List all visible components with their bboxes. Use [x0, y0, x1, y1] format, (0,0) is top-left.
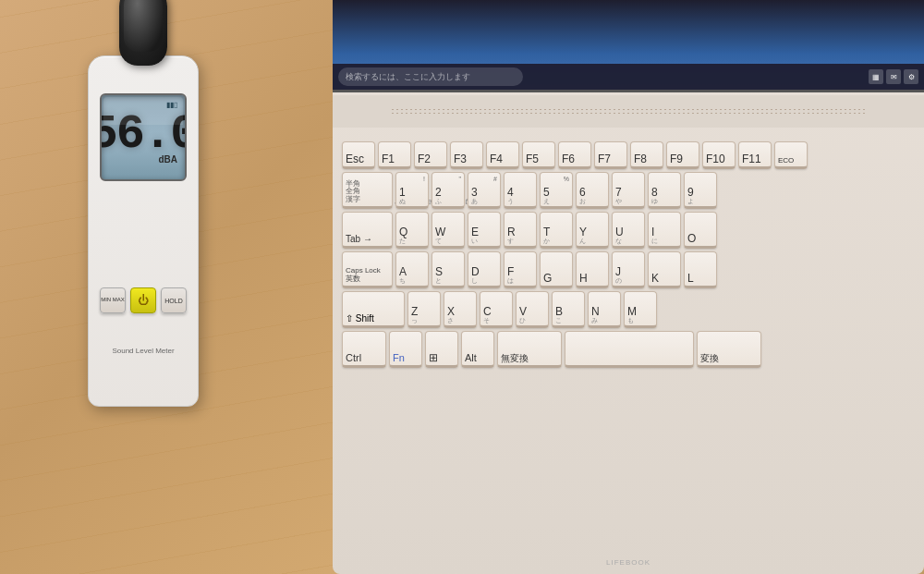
key-f3[interactable]: F3	[450, 141, 483, 169]
keyboard-area: Esc F1 F2 F3 F4 F5 F6 F7 F8 F9 F10 F11 E…	[333, 134, 924, 556]
qwerty-row: Tab → Qた Wて Eい Rす Tか Yん Uな Iに O	[342, 212, 915, 249]
key-9[interactable]: 9 よ	[684, 172, 717, 209]
function-key-row: Esc F1 F2 F3 F4 F5 F6 F7 F8 F9 F10 F11 E…	[342, 141, 915, 169]
key-f[interactable]: Fは	[504, 251, 537, 288]
min-max-button[interactable]: MIN MAX	[100, 287, 126, 313]
taskbar-icon-3: ⚙	[904, 69, 918, 84]
lifebook-model-label: LIFEBOOK	[606, 558, 650, 567]
meter-button-row: MIN MAX HOLD	[100, 287, 187, 313]
key-henkan[interactable]: 変換	[697, 331, 761, 368]
key-hankaku[interactable]: 半角全角漢字	[342, 172, 393, 209]
key-q[interactable]: Qた	[395, 212, 429, 249]
speaker-grill: ONKYO Speakers Installed	[333, 95, 924, 128]
key-e[interactable]: Eい	[468, 212, 501, 249]
taskbar-search[interactable]: 検索するには、ここに入力します	[338, 67, 523, 86]
key-z[interactable]: Zっ	[407, 291, 441, 328]
key-o[interactable]: O	[684, 212, 717, 249]
key-n[interactable]: Nみ	[588, 291, 621, 328]
key-f6[interactable]: F6	[558, 141, 591, 169]
key-f9[interactable]: F9	[666, 141, 699, 169]
key-alt[interactable]: Alt	[461, 331, 494, 368]
key-8[interactable]: 8 ゆ	[648, 172, 681, 209]
key-s[interactable]: Sと	[432, 251, 465, 288]
key-y[interactable]: Yん	[576, 212, 609, 249]
key-esc[interactable]: Esc	[342, 141, 375, 169]
unit-label: dBA	[158, 154, 177, 165]
key-i[interactable]: Iに	[648, 212, 681, 249]
key-d[interactable]: Dし	[468, 251, 501, 288]
key-g[interactable]: G	[540, 251, 573, 288]
key-f5[interactable]: F5	[522, 141, 555, 169]
taskbar-icon-2: ✉	[886, 69, 901, 84]
asdf-row: Caps Lock英数 Aち Sと Dし Fは G H Jの K L	[342, 251, 915, 288]
hold-button[interactable]: HOLD	[161, 287, 187, 313]
number-key-row: 半角全角漢字 ! 1 ぬ " 2 ふ # 3 あ 4 う %	[342, 172, 915, 209]
key-f2[interactable]: F2	[414, 141, 447, 169]
bottom-row: Ctrl Fn ⊞ Alt 無変換 変換	[342, 331, 915, 368]
key-muhenkan[interactable]: 無変換	[497, 331, 562, 368]
key-fn[interactable]: Fn	[389, 331, 422, 368]
key-caps-lock[interactable]: Caps Lock英数	[342, 251, 393, 288]
key-5[interactable]: % 5 え	[540, 172, 573, 209]
key-x[interactable]: Xさ	[444, 291, 477, 328]
laptop-screen: 検索するには、ここに入力します ▦ ✉ ⚙	[333, 0, 924, 92]
key-eco[interactable]: ECO	[774, 141, 808, 169]
key-f7[interactable]: F7	[594, 141, 627, 169]
lcd-display: ▮▮▯ 56.0 dBA	[100, 93, 187, 181]
key-shift-left[interactable]: ⇧ Shift	[342, 291, 405, 328]
key-ctrl[interactable]: Ctrl	[342, 331, 386, 368]
key-2[interactable]: " 2 ふ	[432, 172, 465, 209]
key-1[interactable]: ! 1 ぬ	[395, 172, 429, 209]
meter-brand-label: Sound Level Meter	[89, 347, 198, 355]
shift-row: ⇧ Shift Zっ Xさ Cそ Vひ Bこ Nみ Mも	[342, 291, 915, 328]
key-4[interactable]: 4 う	[504, 172, 537, 209]
key-m[interactable]: Mも	[624, 291, 657, 328]
battery-indicator: ▮▮▯	[166, 101, 177, 109]
key-u[interactable]: Uな	[612, 212, 645, 249]
laptop: FUJITSU 検索するには、ここに入力します ▦ ✉ ⚙ ONKYO Spea…	[333, 0, 924, 574]
key-c[interactable]: Cそ	[480, 291, 513, 328]
key-f4[interactable]: F4	[486, 141, 519, 169]
key-6[interactable]: 6 お	[576, 172, 609, 209]
key-l[interactable]: L	[684, 251, 717, 288]
key-h[interactable]: H	[576, 251, 609, 288]
microphone-head	[119, 0, 167, 66]
key-f8[interactable]: F8	[630, 141, 663, 169]
key-f1[interactable]: F1	[378, 141, 411, 169]
key-t[interactable]: Tか	[540, 212, 573, 249]
key-v[interactable]: Vひ	[516, 291, 549, 328]
taskbar-search-placeholder: 検索するには、ここに入力します	[346, 71, 470, 83]
power-button[interactable]	[130, 287, 156, 313]
sound-level-meter: ▮▮▯ 56.0 dBA MIN MAX HOLD Sound Level Me…	[88, 55, 199, 407]
key-b[interactable]: Bこ	[552, 291, 585, 328]
taskbar: 検索するには、ここに入力します ▦ ✉ ⚙	[333, 64, 924, 90]
decibel-reading: 56.0	[100, 111, 187, 159]
key-w[interactable]: Wて	[432, 212, 465, 249]
taskbar-icon-1: ▦	[869, 69, 883, 84]
key-f11[interactable]: F11	[738, 141, 772, 169]
screen-content: 検索するには、ここに入力します ▦ ✉ ⚙	[333, 0, 924, 90]
key-3[interactable]: # 3 あ	[468, 172, 501, 209]
key-space[interactable]	[565, 331, 694, 368]
key-k[interactable]: K	[648, 251, 681, 288]
key-j[interactable]: Jの	[612, 251, 645, 288]
key-f10[interactable]: F10	[702, 141, 736, 169]
taskbar-right-icons: ▦ ✉ ⚙	[869, 69, 918, 84]
key-windows[interactable]: ⊞	[425, 331, 458, 368]
key-a[interactable]: Aち	[395, 251, 429, 288]
key-r[interactable]: Rす	[504, 212, 537, 249]
key-7[interactable]: 7 や	[612, 172, 645, 209]
key-tab[interactable]: Tab →	[342, 212, 393, 249]
